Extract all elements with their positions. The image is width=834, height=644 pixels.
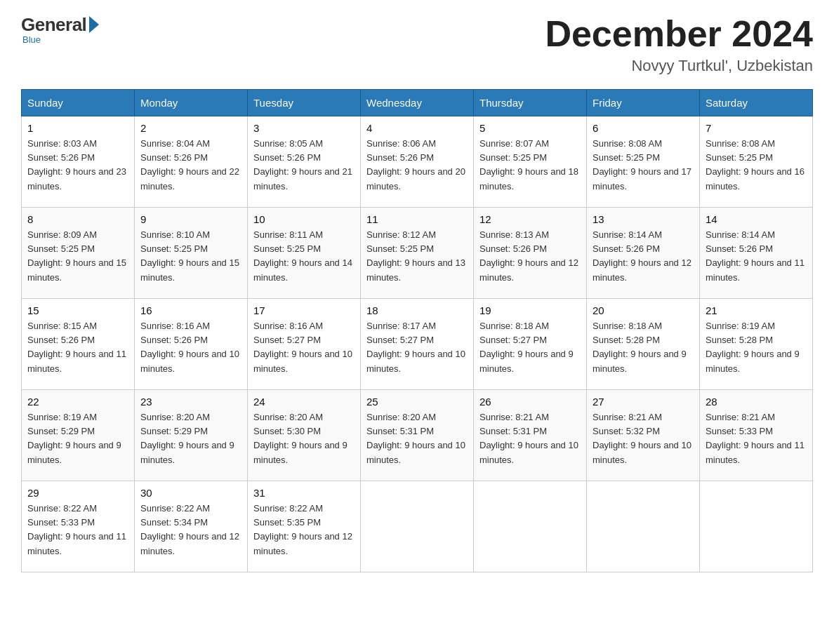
day-number: 14: [706, 213, 807, 225]
calendar-week-row: 1 Sunrise: 8:03 AMSunset: 5:26 PMDayligh…: [22, 116, 813, 208]
header-wednesday: Wednesday: [361, 90, 474, 116]
logo-blue-text: Blue: [22, 34, 41, 45]
day-number: 16: [140, 304, 241, 316]
calendar-cell: [474, 481, 587, 572]
day-info: Sunrise: 8:17 AMSunset: 5:27 PMDaylight:…: [366, 319, 468, 376]
day-number: 6: [593, 122, 694, 134]
calendar-cell: 19 Sunrise: 8:18 AMSunset: 5:27 PMDaylig…: [474, 299, 587, 390]
day-info: Sunrise: 8:18 AMSunset: 5:27 PMDaylight:…: [479, 319, 581, 376]
header-monday: Monday: [135, 90, 248, 116]
day-number: 2: [140, 122, 241, 134]
day-info: Sunrise: 8:20 AMSunset: 5:31 PMDaylight:…: [366, 410, 468, 467]
day-number: 19: [479, 304, 581, 316]
day-info: Sunrise: 8:05 AMSunset: 5:26 PMDaylight:…: [253, 137, 355, 194]
day-number: 20: [593, 304, 694, 316]
day-info: Sunrise: 8:16 AMSunset: 5:26 PMDaylight:…: [140, 319, 241, 376]
calendar-cell: 12 Sunrise: 8:13 AMSunset: 5:26 PMDaylig…: [474, 208, 587, 299]
day-info: Sunrise: 8:12 AMSunset: 5:25 PMDaylight:…: [366, 228, 468, 285]
day-number: 1: [27, 122, 128, 134]
calendar-header-row: SundayMondayTuesdayWednesdayThursdayFrid…: [22, 90, 813, 116]
calendar-cell: 22 Sunrise: 8:19 AMSunset: 5:29 PMDaylig…: [22, 390, 135, 481]
header-thursday: Thursday: [474, 90, 587, 116]
location-subtitle: Novyy Turtkul', Uzbekistan: [545, 57, 813, 75]
calendar-cell: 14 Sunrise: 8:14 AMSunset: 5:26 PMDaylig…: [700, 208, 813, 299]
calendar-cell: 13 Sunrise: 8:14 AMSunset: 5:26 PMDaylig…: [587, 208, 700, 299]
calendar-cell: 9 Sunrise: 8:10 AMSunset: 5:25 PMDayligh…: [135, 208, 248, 299]
day-number: 29: [27, 487, 128, 499]
calendar-cell: 15 Sunrise: 8:15 AMSunset: 5:26 PMDaylig…: [22, 299, 135, 390]
title-area: December 2024 Novyy Turtkul', Uzbekistan: [545, 14, 813, 75]
day-info: Sunrise: 8:18 AMSunset: 5:28 PMDaylight:…: [593, 319, 694, 376]
day-number: 21: [706, 304, 807, 316]
logo-general-text: General: [21, 14, 86, 36]
day-info: Sunrise: 8:19 AMSunset: 5:29 PMDaylight:…: [27, 410, 128, 467]
day-info: Sunrise: 8:19 AMSunset: 5:28 PMDaylight:…: [706, 319, 807, 376]
day-info: Sunrise: 8:16 AMSunset: 5:27 PMDaylight:…: [253, 319, 355, 376]
day-number: 26: [479, 396, 581, 408]
calendar-cell: 17 Sunrise: 8:16 AMSunset: 5:27 PMDaylig…: [248, 299, 361, 390]
day-number: 3: [253, 122, 355, 134]
calendar-week-row: 29 Sunrise: 8:22 AMSunset: 5:33 PMDaylig…: [22, 481, 813, 572]
calendar-cell: 5 Sunrise: 8:07 AMSunset: 5:25 PMDayligh…: [474, 116, 587, 208]
calendar-cell: 30 Sunrise: 8:22 AMSunset: 5:34 PMDaylig…: [135, 481, 248, 572]
day-number: 23: [140, 396, 241, 408]
calendar-cell: 2 Sunrise: 8:04 AMSunset: 5:26 PMDayligh…: [135, 116, 248, 208]
day-number: 25: [366, 396, 468, 408]
calendar-cell: 31 Sunrise: 8:22 AMSunset: 5:35 PMDaylig…: [248, 481, 361, 572]
calendar-week-row: 15 Sunrise: 8:15 AMSunset: 5:26 PMDaylig…: [22, 299, 813, 390]
day-info: Sunrise: 8:11 AMSunset: 5:25 PMDaylight:…: [253, 228, 355, 285]
day-info: Sunrise: 8:08 AMSunset: 5:25 PMDaylight:…: [706, 137, 807, 194]
day-number: 22: [27, 396, 128, 408]
calendar-cell: 3 Sunrise: 8:05 AMSunset: 5:26 PMDayligh…: [248, 116, 361, 208]
day-info: Sunrise: 8:22 AMSunset: 5:34 PMDaylight:…: [140, 502, 241, 558]
page-header: General Blue December 2024 Novyy Turtkul…: [21, 14, 813, 75]
calendar-cell: [361, 481, 474, 572]
calendar-cell: [700, 481, 813, 572]
day-number: 11: [366, 213, 468, 225]
day-number: 10: [253, 213, 355, 225]
calendar-cell: 28 Sunrise: 8:21 AMSunset: 5:33 PMDaylig…: [700, 390, 813, 481]
calendar-cell: 25 Sunrise: 8:20 AMSunset: 5:31 PMDaylig…: [361, 390, 474, 481]
day-info: Sunrise: 8:13 AMSunset: 5:26 PMDaylight:…: [479, 228, 581, 285]
header-saturday: Saturday: [700, 90, 813, 116]
header-tuesday: Tuesday: [248, 90, 361, 116]
calendar-cell: 16 Sunrise: 8:16 AMSunset: 5:26 PMDaylig…: [135, 299, 248, 390]
day-info: Sunrise: 8:07 AMSunset: 5:25 PMDaylight:…: [479, 137, 581, 194]
calendar-cell: 11 Sunrise: 8:12 AMSunset: 5:25 PMDaylig…: [361, 208, 474, 299]
day-number: 27: [593, 396, 694, 408]
calendar-cell: 23 Sunrise: 8:20 AMSunset: 5:29 PMDaylig…: [135, 390, 248, 481]
calendar-cell: 10 Sunrise: 8:11 AMSunset: 5:25 PMDaylig…: [248, 208, 361, 299]
day-info: Sunrise: 8:03 AMSunset: 5:26 PMDaylight:…: [27, 137, 128, 194]
calendar-cell: 8 Sunrise: 8:09 AMSunset: 5:25 PMDayligh…: [22, 208, 135, 299]
day-info: Sunrise: 8:15 AMSunset: 5:26 PMDaylight:…: [27, 319, 128, 376]
day-info: Sunrise: 8:10 AMSunset: 5:25 PMDaylight:…: [140, 228, 241, 285]
day-info: Sunrise: 8:14 AMSunset: 5:26 PMDaylight:…: [593, 228, 694, 285]
day-number: 18: [366, 304, 468, 316]
calendar-cell: 1 Sunrise: 8:03 AMSunset: 5:26 PMDayligh…: [22, 116, 135, 208]
logo: General Blue: [21, 14, 99, 45]
day-number: 9: [140, 213, 241, 225]
day-info: Sunrise: 8:20 AMSunset: 5:30 PMDaylight:…: [253, 410, 355, 467]
day-number: 7: [706, 122, 807, 134]
day-number: 24: [253, 396, 355, 408]
day-number: 8: [27, 213, 128, 225]
calendar-cell: 4 Sunrise: 8:06 AMSunset: 5:26 PMDayligh…: [361, 116, 474, 208]
day-info: Sunrise: 8:21 AMSunset: 5:31 PMDaylight:…: [479, 410, 581, 467]
header-sunday: Sunday: [22, 90, 135, 116]
calendar-week-row: 8 Sunrise: 8:09 AMSunset: 5:25 PMDayligh…: [22, 208, 813, 299]
calendar-cell: 24 Sunrise: 8:20 AMSunset: 5:30 PMDaylig…: [248, 390, 361, 481]
day-number: 4: [366, 122, 468, 134]
calendar-cell: 26 Sunrise: 8:21 AMSunset: 5:31 PMDaylig…: [474, 390, 587, 481]
day-number: 15: [27, 304, 128, 316]
calendar-cell: [587, 481, 700, 572]
day-number: 28: [706, 396, 807, 408]
day-info: Sunrise: 8:09 AMSunset: 5:25 PMDaylight:…: [27, 228, 128, 285]
day-info: Sunrise: 8:04 AMSunset: 5:26 PMDaylight:…: [140, 137, 241, 194]
calendar-week-row: 22 Sunrise: 8:19 AMSunset: 5:29 PMDaylig…: [22, 390, 813, 481]
day-info: Sunrise: 8:08 AMSunset: 5:25 PMDaylight:…: [593, 137, 694, 194]
calendar-cell: 27 Sunrise: 8:21 AMSunset: 5:32 PMDaylig…: [587, 390, 700, 481]
day-number: 30: [140, 487, 241, 499]
calendar-cell: 7 Sunrise: 8:08 AMSunset: 5:25 PMDayligh…: [700, 116, 813, 208]
day-info: Sunrise: 8:21 AMSunset: 5:32 PMDaylight:…: [593, 410, 694, 467]
day-info: Sunrise: 8:14 AMSunset: 5:26 PMDaylight:…: [706, 228, 807, 285]
